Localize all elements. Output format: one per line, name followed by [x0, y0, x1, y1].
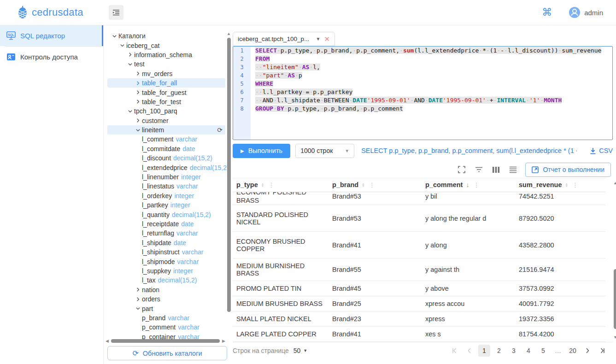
table-row[interactable]: LARGE PLATED COPPERBrand#41xes s81754.42… [233, 327, 606, 342]
chevron-right-icon[interactable] [134, 90, 142, 95]
tree-column-item[interactable]: l_returnflagvarchar [107, 229, 225, 238]
tree-node[interactable]: customer [107, 116, 225, 125]
table-row[interactable]: ECONOMY BRUSHED COPPERBrand#41y along435… [233, 232, 606, 258]
sort-toggle-icon[interactable]: ▲▼ [565, 182, 568, 187]
scroll-up-icon[interactable]: ▲ [613, 181, 616, 185]
collapse-sidebar-button[interactable] [109, 5, 123, 20]
table-row[interactable]: MEDIUM BURNISHED BRASSBrand#55y against … [233, 258, 606, 281]
user-menu[interactable]: admin [569, 6, 603, 18]
tree-column-item[interactable]: l_shipinstructvarchar [107, 247, 225, 257]
column-header-p_comment[interactable]: p_comment↓⋮ [422, 178, 515, 192]
fullscreen-icon[interactable] [458, 166, 465, 173]
table-row[interactable]: ECONOMY POLISHED BRASSBrand#53y bil74542… [233, 192, 606, 205]
page-button-20[interactable]: 20 [567, 345, 579, 357]
tree-column-item[interactable]: l_quantitydecimal(15,2) [107, 210, 225, 219]
code-line[interactable]: 5WHERE [233, 80, 612, 88]
density-menu-icon[interactable] [509, 166, 517, 173]
chevron-down-icon[interactable] [126, 109, 134, 114]
sort-desc-icon[interactable]: ↓ [466, 181, 469, 188]
tab-dropdown-caret-icon[interactable]: ▼ [316, 36, 321, 41]
query-preview-link[interactable]: SELECT p.p_type, p.p_brand, p.p_comment,… [361, 147, 577, 154]
scrollbar-thumb[interactable] [111, 339, 220, 343]
column-header-sum_revenue[interactable]: sum_revenue▲▼⋮ [515, 178, 606, 192]
sidebar-item-sql-editor[interactable]: SQL SQL редактор [0, 25, 103, 46]
tree-column-item[interactable]: l_extendedpricedecimal(15,2) [107, 163, 225, 172]
tree-vertical-scrollbar[interactable]: ▲ [226, 31, 232, 336]
brand-logo[interactable]: cedrusdata [0, 6, 104, 19]
page-button-1[interactable]: 1 [478, 345, 490, 357]
tree-node[interactable]: iceberg_cat [107, 41, 225, 50]
code-line[interactable]: 1SELECT·p.p_type,·p.p_brand,·p.p_comment… [233, 47, 612, 55]
column-header-p_brand[interactable]: p_brand▲▼⋮ [329, 178, 422, 192]
shortcuts-command-icon[interactable]: ⌘ [542, 6, 552, 18]
tree-column-item[interactable]: l_discountdecimal(15,2) [107, 153, 225, 163]
table-row[interactable]: SMALL PLATED NICKELBrand#23xpress19372.3… [233, 311, 606, 327]
tree-column-item[interactable]: l_orderkeyinteger [107, 191, 225, 200]
code-line[interactable]: 6··l.l_partkey·=·p.p_partkey [233, 88, 612, 96]
chevron-right-icon[interactable] [134, 99, 142, 104]
chevron-down-icon[interactable] [110, 34, 118, 39]
previous-page-button[interactable] [463, 345, 475, 357]
tree-column-item[interactable]: l_receiptdatedate [107, 219, 225, 229]
sidebar-item-access-control[interactable]: Контроль доступа [0, 47, 103, 67]
tree-column-item[interactable]: p_brandvarchar [107, 313, 225, 323]
tree-column-item[interactable]: l_partkeyinteger [107, 200, 225, 210]
tree-node[interactable]: lineitem⟳ [107, 125, 225, 135]
refresh-node-icon[interactable]: ⟳ [217, 126, 223, 134]
code-line[interactable]: 2FROM [233, 55, 612, 63]
results-vertical-scrollbar[interactable]: ▲ ▼ [613, 181, 616, 340]
chevron-right-icon[interactable] [134, 81, 142, 86]
column-menu-icon[interactable]: ⋮ [473, 182, 479, 188]
tree-column-item[interactable]: l_linestatusvarchar [107, 182, 225, 191]
sql-code-editor[interactable]: 1SELECT·p.p_type,·p.p_brand,·p.p_comment… [233, 46, 613, 140]
scroll-down-icon[interactable]: ▼ [613, 335, 616, 340]
chevron-right-icon[interactable] [134, 297, 142, 302]
table-row[interactable]: MEDIUM BRUSHED BRASSBrand#25xpress accou… [233, 296, 606, 311]
page-button-4[interactable]: 4 [522, 345, 534, 357]
scrollbar-thumb[interactable] [227, 38, 231, 312]
page-button-2[interactable]: 2 [493, 345, 505, 357]
tree-column-item[interactable]: l_shipdatedate [107, 238, 225, 247]
page-button-3[interactable]: 3 [508, 345, 520, 357]
tree-node[interactable]: Каталоги [107, 31, 225, 41]
execution-report-button[interactable]: Отчет о выполнении [525, 163, 611, 177]
column-header-p_type[interactable]: p_type▲▼⋮ [233, 178, 329, 192]
query-tab[interactable]: iceberg_cat.tpch_100_p... ▼ ✕ [233, 32, 335, 46]
column-menu-icon[interactable]: ⋮ [572, 182, 578, 188]
scroll-left-icon[interactable]: ◀ [106, 339, 109, 343]
scrollbar-thumb[interactable] [614, 269, 616, 329]
code-line[interactable]: 8GROUP·BY·p.p_type,·p.p_brand,·p.p_comme… [233, 105, 612, 113]
columns-icon[interactable] [493, 166, 499, 173]
last-page-button[interactable] [596, 345, 608, 357]
chevron-down-icon[interactable] [118, 43, 126, 48]
tree-node[interactable]: part [107, 304, 225, 313]
tree-column-item[interactable]: l_commitdatedate [107, 144, 225, 153]
tree-column-item[interactable]: l_linenumberinteger [107, 172, 225, 182]
chevron-down-icon[interactable] [126, 62, 134, 67]
tree-node[interactable]: table_for_guest [107, 88, 225, 97]
scroll-right-icon[interactable]: ▶ [222, 339, 225, 343]
chevron-right-icon[interactable] [134, 118, 142, 123]
refresh-catalogs-button[interactable]: ⟳ Обновить каталоги [107, 346, 227, 360]
code-line[interactable]: 4··"part"·AS·p [233, 71, 612, 80]
table-row[interactable]: STANDARD POLISHED NICKELBrand#53y along … [233, 205, 606, 232]
tree-column-item[interactable]: l_shipmodevarchar [107, 257, 225, 266]
row-limit-select[interactable]: 1000 строк ▼ [295, 144, 354, 158]
chevron-right-icon[interactable] [126, 52, 134, 57]
table-row[interactable]: PROMO PLATED TINBrand#45y above37573.099… [233, 281, 606, 296]
download-csv-link[interactable]: CSV [590, 147, 613, 154]
rows-per-page-select[interactable]: 50 ▼ [293, 347, 308, 354]
code-line[interactable]: 7··AND·l.l_shipdate·BETWEEN·DATE'1995-09… [233, 96, 612, 105]
tree-column-item[interactable]: l_commentvarchar [107, 135, 225, 144]
tree-node[interactable]: orders [107, 294, 225, 304]
tree-column-item[interactable]: p_commentvarchar [107, 323, 225, 332]
scroll-up-icon[interactable]: ▲ [227, 31, 231, 36]
first-page-button[interactable] [449, 345, 461, 357]
tree-node[interactable]: tpch_100_parq [107, 106, 225, 116]
next-page-button[interactable] [581, 345, 593, 357]
sort-toggle-icon[interactable]: ▲▼ [261, 182, 264, 187]
filter-icon[interactable] [475, 166, 483, 173]
tree-horizontal-scrollbar[interactable]: ◀ ▶ [106, 338, 225, 344]
page-button-5[interactable]: 5 [537, 345, 549, 357]
tree-node[interactable]: mv_orders [107, 69, 225, 78]
